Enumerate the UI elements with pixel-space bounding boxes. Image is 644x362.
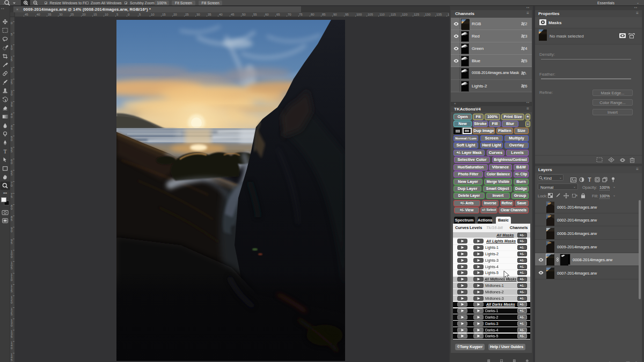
svg-text:T: T <box>588 178 591 182</box>
svg-text:T: T <box>3 149 6 154</box>
svg-text:•••: ••• <box>3 191 8 195</box>
svg-text:s: s <box>576 194 577 197</box>
